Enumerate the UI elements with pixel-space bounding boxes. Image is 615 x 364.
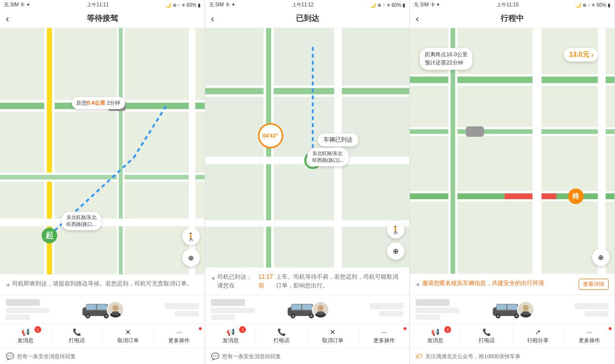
more-icon-1: ··· <box>177 328 182 336</box>
timer-text-2: 04'43" <box>262 133 278 139</box>
distance-label-1: 距您 <box>77 100 87 106</box>
more-label-3: 更多操作 <box>579 337 600 344</box>
nav-title-3: 行程中 <box>501 14 524 24</box>
msg-icon-3: ◂ <box>416 279 419 289</box>
driver-panel-3 <box>410 295 615 324</box>
score-1 <box>175 311 199 317</box>
driver-right-3 <box>538 303 609 317</box>
time-value-1: 2分钟 <box>105 100 120 106</box>
svg-rect-69 <box>497 304 506 310</box>
call-icon-3: 📞 <box>483 328 491 336</box>
cancel-btn-1[interactable]: ✕ 取消订单 <box>102 324 154 348</box>
screen-arrived: 无 SIM 卡 ✦ 上午11:12 🌙 ⊕ ↑ ✳ 60% ▮ ‹ 已到达 04… <box>205 0 410 364</box>
nav-bar-1: ‹ 等待接驾 <box>0 10 205 28</box>
location-text-1: 东北旺路/东北旺西路(路口... <box>66 215 97 227</box>
driver-name-2 <box>211 299 245 306</box>
nav-title-2: 已到达 <box>296 14 319 24</box>
status-right-1: 🌙 ⊕ ↑ ✳ 60% ▮ <box>165 2 201 8</box>
svg-rect-28 <box>112 311 119 315</box>
svg-rect-70 <box>507 304 517 310</box>
back-button-1[interactable]: ‹ <box>6 13 9 24</box>
cancel-icon-1: ✕ <box>125 328 131 336</box>
msg-badge-1: 1 <box>34 326 41 333</box>
arrived-bubble-2: 车辆已到达 <box>318 133 358 146</box>
arrived-text-2: 车辆已到达 <box>324 136 353 143</box>
svg-rect-51 <box>317 311 324 315</box>
cancel-btn-2[interactable]: ✕ 取消订单 <box>308 324 359 348</box>
svg-rect-19 <box>86 304 96 310</box>
detail-btn-3[interactable]: 查看详情 <box>579 279 609 290</box>
back-button-3[interactable]: ‹ <box>416 13 419 24</box>
car-area-2 <box>285 300 329 319</box>
action-bar-2: 📢 发消息 1 📞 打电话 ✕ 取消订单 ··· 更多操作 <box>205 324 410 348</box>
send-msg-label-2: 发消息 <box>223 337 239 344</box>
info-message-3: ◂ 邀请您匿名核实车辆信息，共建安全的出行环境 查看详情 <box>410 274 615 295</box>
locate-button-1[interactable]: ⊕ <box>182 249 200 267</box>
more-icon-2: ··· <box>381 328 387 336</box>
driver-right-2 <box>333 303 404 317</box>
svg-rect-0 <box>0 28 205 274</box>
svg-rect-78 <box>522 311 529 315</box>
plate-box-1 <box>165 303 199 309</box>
locate-button-3[interactable]: ⊕ <box>592 249 610 266</box>
battery-2: 🌙 ⊕ ↑ ✳ 60% ▮ <box>370 2 405 8</box>
svg-rect-20 <box>97 304 107 310</box>
send-msg-label-1: 发消息 <box>17 337 33 344</box>
msg-icon-1: ◂ <box>6 280 9 290</box>
more-btn-1[interactable]: ··· 更多操作 <box>154 324 205 348</box>
svg-rect-64 <box>466 127 484 137</box>
svg-point-24 <box>105 315 108 317</box>
send-msg-icon-2: 📢 <box>227 328 235 336</box>
more-btn-3[interactable]: ··· 更多操作 <box>564 324 615 348</box>
msg-badge-3: 2 <box>444 326 451 333</box>
svg-point-26 <box>113 305 118 311</box>
time-3: 上午11:15 <box>497 1 518 8</box>
svg-point-76 <box>522 305 528 311</box>
car-area-1 <box>80 300 124 319</box>
action-bar-3: 📢 发消息 2 📞 打电话 ↗ 行程分享 ··· 更多操作 <box>410 324 615 348</box>
driver-name-3 <box>416 299 450 306</box>
msg-highlight-2: 11:17前 <box>259 272 274 290</box>
driver-rating-1 <box>6 315 30 320</box>
info-message-1: ◂ 司机即将到达，请提前到路边等候。若您迟到，司机可无责取消订单。 <box>0 274 205 295</box>
more-label-2: 更多操作 <box>373 337 395 344</box>
status-bar-1: 无 SIM 卡 ✦ 上午11:11 🌙 ⊕ ↑ ✳ 60% ▮ <box>0 0 205 10</box>
cancel-label-2: 取消订单 <box>322 337 343 344</box>
call-btn-1[interactable]: 📞 打电话 <box>51 324 103 348</box>
car-area-3 <box>490 300 534 319</box>
driver-sub-2 <box>211 308 255 313</box>
call-btn-3[interactable]: 📞 打电话 <box>461 324 513 348</box>
bottom-banner-1: 💬 您有一条安全消息待回复 <box>0 348 205 364</box>
more-badge-2 <box>404 327 406 330</box>
more-badge-1 <box>199 327 202 330</box>
price-bubble-3[interactable]: 13.0元 › <box>564 48 598 62</box>
driver-avatar-2 <box>312 301 329 318</box>
banner-text-1: 您有一条安全消息待回复 <box>17 353 76 360</box>
price-text-3: 13.0元 <box>569 50 589 59</box>
driver-panel-2 <box>205 295 410 324</box>
info-panel-2: ◂ 司机已到达，请您在11:17前上车。司机等待不易，若您迟到，司机可能取消订单… <box>205 268 410 364</box>
nav-bar-2: ‹ 已到达 <box>205 10 410 28</box>
eta-text-3: 预计还需22分钟 <box>425 59 467 67</box>
bottom-banner-3: 🏷 关注滴滴北京公众号，抢10000张快车券 <box>410 348 615 364</box>
sim-label-3: 无 SIM 卡 ✦ <box>414 1 440 8</box>
send-msg-icon-3: 📢 <box>431 328 439 336</box>
location-bubble-1: 东北旺路/东北旺西路(路口... <box>62 212 102 230</box>
back-button-2[interactable]: ‹ <box>211 13 214 24</box>
call-btn-2[interactable]: 📞 打电话 <box>256 324 308 348</box>
send-msg-btn-3[interactable]: 📢 发消息 2 <box>410 324 461 348</box>
more-btn-2[interactable]: ··· 更多操作 <box>359 324 410 348</box>
map-area-1: 起 距您0.4公里 2分钟 东北旺路/东北旺西路(路口... 🚶 ⊕ <box>0 28 205 274</box>
send-msg-btn-1[interactable]: 📢 发消息 1 <box>0 324 51 348</box>
share-label-3: 行程分享 <box>527 337 549 344</box>
walk-button-1[interactable]: 🚶 <box>182 228 200 245</box>
send-msg-btn-2[interactable]: 📢 发消息 1 <box>205 324 257 348</box>
status-left-1: 无 SIM 卡 ✦ <box>4 1 30 8</box>
svg-text:终: 终 <box>572 192 580 200</box>
battery-1: 🌙 ⊕ ↑ ✳ 60% ▮ <box>165 2 201 8</box>
score-2 <box>379 311 404 317</box>
share-btn-3[interactable]: ↗ 行程分享 <box>513 324 564 348</box>
msg-text-2a: 司机已到达，请您在 <box>217 272 256 290</box>
banner-icon-3: 🏷 <box>416 352 422 360</box>
info-panel-1: ◂ 司机即将到达，请提前到路边等候。若您迟到，司机可无责取消订单。 <box>0 274 205 364</box>
